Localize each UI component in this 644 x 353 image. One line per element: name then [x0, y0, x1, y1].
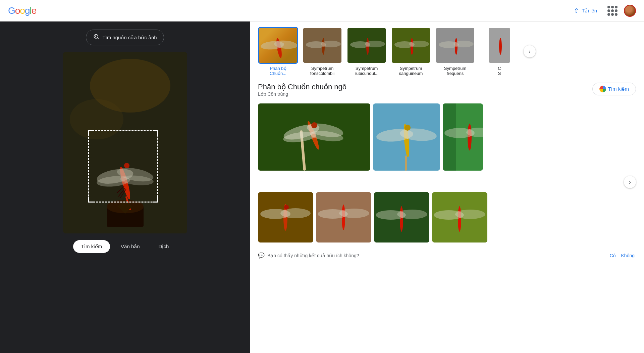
header-left: Google — [8, 5, 36, 16]
svg-rect-57 — [405, 156, 407, 171]
similar-image-item-2[interactable]: Sympetrumfonscolombii — [302, 27, 342, 76]
search-button[interactable]: Tìm kiếm — [592, 83, 636, 95]
similar-image-label-1: Phân bộChuồn... — [270, 66, 286, 76]
main-layout: Tìm nguồn của bức ảnh — [0, 21, 644, 353]
svg-point-78 — [458, 206, 461, 232]
image-grid-row2 — [258, 192, 636, 242]
similar-image-thumbnail-2 — [302, 27, 342, 64]
apps-button[interactable] — [606, 5, 619, 17]
section-title-group: Phân bộ Chuồn chuồn ngô Lớp Côn trùng — [258, 83, 346, 102]
svg-point-67 — [284, 205, 289, 210]
svg-point-35 — [409, 41, 429, 47]
similar-image-item-1[interactable]: Phân bộChuồn... — [258, 27, 298, 76]
similar-image-item-4[interactable]: Sympetrumsanguineum — [391, 27, 431, 76]
bottom-tabs: Tìm kiếm Văn bản Dịch — [73, 240, 177, 253]
upload-button[interactable]: ⇧ Tải lên — [570, 4, 601, 17]
similar-image-item-3[interactable]: Sympetrumrubicundul... — [346, 27, 387, 76]
svg-point-76 — [397, 210, 427, 219]
lens-icon — [93, 33, 100, 42]
section-title: Phân bộ Chuồn chuồn ngô — [258, 83, 346, 91]
similar-image-thumbnail-5 — [435, 27, 475, 64]
similar-image-item-5[interactable]: Sympetrumfrequens — [435, 27, 475, 76]
svg-point-27 — [321, 41, 341, 47]
feedback-bar: 💬 Bạn có thấy những kết quả hữu ích khôn… — [258, 248, 636, 263]
strip-nav-right[interactable]: › — [524, 45, 536, 57]
search-btn-label: Tìm kiếm — [608, 86, 629, 92]
section-subtitle: Lớp Côn trùng — [258, 91, 346, 97]
upload-label: Tải lên — [582, 8, 597, 14]
google-logo: Google — [8, 5, 36, 16]
similar-image-label-4: Sympetrumsanguineum — [399, 66, 423, 76]
section-header: Phân bộ Chuồn chuồn ngô Lớp Côn trùng Tì… — [258, 83, 636, 102]
similar-image-label-6: CS — [498, 66, 501, 76]
svg-point-50 — [311, 122, 317, 128]
image-grid-row1 — [258, 103, 636, 171]
feedback-no-button[interactable]: Không — [620, 253, 636, 258]
avatar[interactable] — [624, 5, 636, 17]
svg-point-56 — [405, 125, 411, 131]
feedback-icon: 💬 — [258, 252, 265, 259]
svg-line-1 — [98, 38, 99, 39]
apps-grid-icon — [607, 6, 618, 16]
tab-text[interactable]: Văn bản — [113, 240, 148, 253]
search-source-label: Tìm nguồn của bức ảnh — [102, 35, 157, 41]
header: Google ⇧ Tải lên — [0, 0, 644, 21]
feedback-text: Bạn có thấy những kết quả hữu ích không? — [267, 253, 606, 258]
grid-image-2[interactable] — [373, 103, 440, 171]
feedback-yes-button[interactable]: Có — [608, 253, 617, 258]
right-panel: Phân bộChuồn... Sympetrumfonscolombii — [250, 21, 644, 353]
similar-image-thumbnail-4 — [391, 27, 431, 64]
grid-image-3[interactable] — [443, 103, 483, 171]
tab-translate[interactable]: Dịch — [151, 240, 177, 253]
grid-image-7[interactable] — [432, 192, 487, 242]
similar-image-thumbnail-6 — [488, 27, 511, 64]
grid-image-5[interactable] — [316, 192, 371, 242]
grid-nav-right[interactable]: › — [624, 176, 636, 188]
svg-point-80 — [455, 210, 485, 219]
similar-image-item-6[interactable]: CS — [479, 27, 520, 76]
similar-images-strip: Phân bộChuồn... Sympetrumfonscolombii — [258, 27, 636, 76]
tab-search[interactable]: Tìm kiếm — [73, 240, 110, 253]
svg-point-31 — [365, 41, 385, 47]
grid-image-4[interactable] — [258, 192, 313, 242]
svg-point-71 — [339, 209, 369, 218]
svg-point-66 — [280, 208, 311, 218]
svg-point-39 — [453, 41, 474, 47]
svg-point-41 — [499, 38, 502, 55]
header-right: ⇧ Tải lên — [570, 4, 636, 17]
similar-image-thumbnail-1 — [258, 27, 298, 64]
grid-image-6[interactable] — [374, 192, 429, 242]
similar-image-label-5: Sympetrumfrequens — [444, 66, 466, 76]
grid-image-1[interactable] — [258, 103, 370, 171]
left-panel: Tìm nguồn của bức ảnh — [0, 21, 250, 353]
similar-image-label-2: Sympetrumfonscolombii — [310, 66, 334, 76]
svg-point-74 — [400, 206, 403, 232]
similar-image-thumbnail-3 — [346, 27, 387, 64]
upload-icon: ⇧ — [574, 7, 579, 14]
uploaded-image — [63, 52, 187, 233]
google-circle-icon — [599, 86, 606, 92]
selection-box — [88, 130, 159, 203]
search-source-button[interactable]: Tìm nguồn của bức ảnh — [86, 30, 164, 45]
similar-image-label-3: Sympetrumrubicundul... — [355, 66, 379, 76]
